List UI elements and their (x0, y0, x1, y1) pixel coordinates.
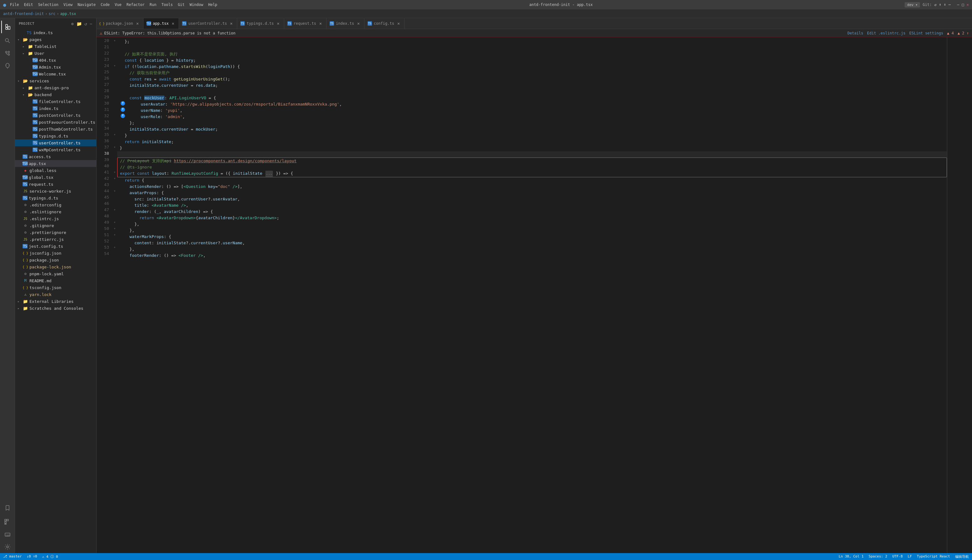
sidebar-item-ant-design-pro[interactable]: ▸ 📁 ant-design-pro (15, 84, 96, 91)
breadcrumb-file[interactable]: app.tsx (60, 12, 76, 16)
status-spaces[interactable]: Spaces: 2 (868, 554, 887, 559)
sidebar-icon-collapse[interactable]: − (90, 21, 92, 26)
git-pull[interactable]: ⬇ (944, 3, 946, 7)
sidebar-item-postcontroller[interactable]: TS postController.ts (15, 112, 96, 119)
tab-typings-dts[interactable]: TS typings.d.ts × (237, 18, 284, 29)
tab-usercontroller-ts[interactable]: TS userController.ts × (179, 18, 237, 29)
status-errors[interactable]: ⚠ 4 ⓘ 0 (42, 554, 58, 559)
sidebar-item-globalless[interactable]: ● global.less (15, 167, 96, 174)
status-line-col[interactable]: Ln 38, Col 1 (839, 554, 863, 559)
sidebar-item-backend[interactable]: ▾ 📂 backend (15, 91, 96, 98)
fold-btn-41[interactable]: ▾ (112, 169, 117, 175)
sidebar-item-requestts[interactable]: TS request.ts (15, 181, 96, 188)
sidebar-item-jsconfig[interactable]: { } jsconfig.json (15, 250, 96, 257)
error-bar-right[interactable]: Details Edit .eslintrc.js ESLint setting… (847, 31, 969, 35)
win-minimize-btn[interactable]: — (957, 3, 959, 7)
error-details-link[interactable]: Details (847, 31, 863, 35)
menu-file[interactable]: File (10, 3, 19, 7)
sidebar-item-backend-index[interactable]: TS index.ts (15, 105, 96, 112)
breadcrumb-src[interactable]: src (48, 12, 55, 16)
sidebar-item-app[interactable]: TSX app.tsx (15, 160, 96, 167)
tab-close-index-ts[interactable]: × (356, 21, 361, 26)
fold-btn-24[interactable]: ▾ (112, 62, 117, 68)
fold-btn-51[interactable]: ▾ (112, 232, 117, 238)
menu-edit[interactable]: Edit (24, 3, 33, 7)
sidebar-item-pnpmlock[interactable]: ⚙ pnpm-lock.yaml (15, 270, 96, 277)
code-content[interactable]: }; // 如果不是登录页面, 执行 const { location } = … (117, 37, 947, 553)
activity-search[interactable] (1, 35, 14, 47)
fold-btn-42[interactable]: ▾ (112, 175, 117, 181)
menu-tools[interactable]: Tools (161, 3, 173, 7)
activity-npm[interactable]: npm (1, 528, 14, 541)
sidebar-icon-new-folder[interactable]: 📁 (77, 21, 82, 26)
sidebar-item-services[interactable]: ▾ 📂 services (15, 77, 96, 84)
git-push[interactable]: ⬆ (939, 3, 941, 7)
fold-btn-49[interactable]: ▾ (112, 219, 117, 225)
breadcrumb-root[interactable]: antd-frontend-init (3, 12, 44, 16)
sidebar-item-readme[interactable]: M README.md (15, 277, 96, 284)
error-settings-link[interactable]: ESLint settings (909, 31, 943, 35)
activity-git[interactable] (1, 47, 14, 60)
fold-btn-35[interactable]: ▾ (112, 131, 117, 137)
sidebar-item-postfavcontroller[interactable]: TS postFavourController.ts (15, 119, 96, 126)
sidebar-item-postthumbcontroller[interactable]: TS postThumbController.ts (15, 126, 96, 132)
win-maximize-btn[interactable]: □ (962, 3, 964, 7)
sidebar-item-usercontroller[interactable]: TS userController.ts (15, 139, 96, 146)
sidebar-item-eslintrcjs[interactable]: JS .eslintrc.js (15, 215, 96, 222)
sidebar-item-typings-root[interactable]: TS typings.d.ts (15, 195, 96, 202)
sidebar-item-welcome[interactable]: TSX Welcome.tsx (15, 70, 96, 77)
status-encoding[interactable]: UTF-8 (892, 554, 903, 559)
sidebar-item-external[interactable]: ▸ 📁 External Libraries (15, 298, 96, 305)
git-more[interactable]: ⋯ (949, 3, 951, 7)
sidebar-item-jestconfig[interactable]: TS jest.config.ts (15, 243, 96, 250)
sidebar-item-typings[interactable]: TS typings.d.ts (15, 132, 96, 139)
menu-navigate[interactable]: Navigate (77, 3, 95, 7)
sidebar-item-prettierrcjs[interactable]: JS .prettierrc.js (15, 236, 96, 243)
sidebar-item-packagejson[interactable]: { } package.json (15, 257, 96, 263)
sidebar-item-packagelockjson[interactable]: { } package-lock.json (15, 263, 96, 270)
tab-app-tsx[interactable]: TSX app.tsx × (144, 18, 179, 29)
tab-config-ts[interactable]: TS config.ts × (364, 18, 404, 29)
tab-close-typings-dts[interactable]: × (276, 21, 281, 26)
fold-btn-44[interactable]: ▾ (112, 188, 117, 194)
sidebar-item-yarnlock[interactable]: ⚠ yarn.lock (15, 291, 96, 298)
status-language[interactable]: TypeScript React (917, 554, 950, 559)
error-edit-link[interactable]: Edit .eslintrc.js (867, 31, 905, 35)
status-eol[interactable]: LF (908, 554, 912, 559)
menu-refactor[interactable]: Refactor (127, 3, 145, 7)
sidebar-item-tablelist[interactable]: ▸ 📁 TableList (15, 43, 96, 50)
menu-help[interactable]: Help (208, 3, 217, 7)
menu-window[interactable]: Window (190, 3, 203, 7)
activity-structure[interactable] (1, 515, 14, 528)
win-close-btn[interactable]: ✕ (967, 3, 969, 7)
menu-view[interactable]: View (63, 3, 72, 7)
menu-vue[interactable]: Vue (115, 3, 122, 7)
tab-close-package-json[interactable]: × (135, 21, 140, 26)
sidebar-item-index-ts[interactable]: TS index.ts (15, 29, 96, 36)
activity-settings[interactable] (1, 541, 14, 553)
tab-close-config-ts[interactable]: × (396, 21, 401, 26)
tab-package-json[interactable]: { } package.json × (97, 18, 144, 29)
menu-code[interactable]: Code (100, 3, 110, 7)
sidebar-item-user[interactable]: ▸ 📁 User (15, 50, 96, 57)
menu-run[interactable]: Run (150, 3, 157, 7)
fold-btn-37[interactable]: ▾ (112, 144, 117, 150)
sidebar-item-serviceworker[interactable]: JS service-worker.js (15, 188, 96, 195)
fold-btn-50[interactable]: ▾ (112, 225, 117, 232)
menu-git[interactable]: Git (178, 3, 185, 7)
tab-index-ts[interactable]: TS index.ts × (327, 18, 364, 29)
tab-request-ts[interactable]: TS request.ts × (284, 18, 327, 29)
status-branch[interactable]: ⎇ master (3, 554, 22, 559)
sidebar-item-globaltsx[interactable]: TSX global.tsx (15, 174, 96, 181)
activity-bookmarks[interactable] (1, 502, 14, 514)
sidebar-item-gitignore[interactable]: ⚙ .gitignore (15, 222, 96, 229)
git-sync[interactable]: ↺ (934, 3, 936, 7)
sidebar-item-eslintignore[interactable]: ⚙ .eslintignore (15, 208, 96, 215)
sidebar-item-tsconfig[interactable]: { } tsconfig.json (15, 284, 96, 291)
dev-branch[interactable]: dev ▾ (905, 2, 920, 8)
sidebar-item-pages[interactable]: ▾ 📂 pages (15, 36, 96, 43)
minimap[interactable] (947, 37, 972, 553)
menu-selection[interactable]: Selection (38, 3, 58, 7)
sidebar-item-wxmpcontroller[interactable]: TS wxMpController.ts (15, 146, 96, 153)
fold-btn-47[interactable]: ▾ (112, 207, 117, 213)
